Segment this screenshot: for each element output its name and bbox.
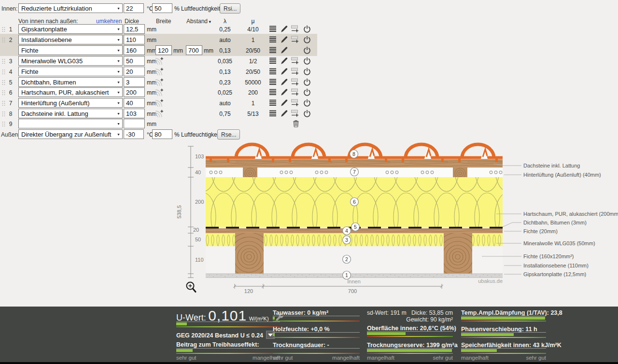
material-select[interactable]: Mineralwolle WLG035 xyxy=(18,56,123,66)
geg-standard-select[interactable]: GEG 2020/24 Bestand U ≤ 0.24 xyxy=(176,331,275,339)
outside-row: Außen: Direkter Übergang zur Außenluft °… xyxy=(0,129,338,140)
toggle-power-icon[interactable] xyxy=(303,68,311,75)
edit-pencil-icon[interactable] xyxy=(281,99,288,107)
toggle-power-icon[interactable] xyxy=(303,57,311,65)
split-layer-icon[interactable] xyxy=(291,68,299,75)
material-select[interactable]: Dichtbahn, Bitumen xyxy=(18,77,123,87)
edit-pencil-icon[interactable] xyxy=(281,25,288,33)
layer-menu-icon[interactable] xyxy=(269,36,277,43)
rse-button[interactable]: Rse... xyxy=(217,129,240,140)
dicke-input[interactable] xyxy=(124,87,145,97)
material-select[interactable] xyxy=(18,119,123,128)
material-select[interactable]: Gipskartonplatte xyxy=(18,24,123,34)
drag-handle-icon[interactable] xyxy=(1,80,6,85)
layer-menu-icon[interactable] xyxy=(269,57,277,65)
inside-humidity-input[interactable] xyxy=(152,3,172,13)
split-layer-icon[interactable] xyxy=(291,78,299,86)
lambda-value: auto xyxy=(212,100,238,107)
material-select[interactable]: Hinterlüftung (Außenluft) xyxy=(18,98,123,108)
dicke-input[interactable] xyxy=(124,56,145,66)
col-abstand-dropdown[interactable]: Abstand xyxy=(186,18,211,25)
mm-unit: mm xyxy=(147,58,156,65)
drag-handle-icon[interactable] xyxy=(1,100,6,106)
split-layer-icon[interactable] xyxy=(291,110,299,117)
dicke-input[interactable] xyxy=(124,45,145,55)
split-layer-icon[interactable] xyxy=(291,88,299,96)
layer-menu-icon[interactable] xyxy=(269,99,277,107)
inside-medium-select[interactable]: Reduzierte Luftzirkulation xyxy=(18,3,123,13)
drag-handle-icon[interactable] xyxy=(1,111,6,117)
layer-menu-icon[interactable] xyxy=(269,46,277,54)
drag-handle-icon[interactable] xyxy=(1,69,6,75)
outside-humidity-input[interactable] xyxy=(152,129,172,139)
edit-pencil-icon[interactable] xyxy=(281,110,288,117)
toggle-power-icon[interactable] xyxy=(303,99,311,107)
layer-menu-icon[interactable] xyxy=(269,78,277,86)
zoom-icon[interactable] xyxy=(187,282,196,292)
dicke-input[interactable] xyxy=(124,77,145,87)
breite-input[interactable] xyxy=(155,45,172,55)
layer-number: 7 xyxy=(7,100,14,107)
split-layer-icon[interactable] xyxy=(291,99,299,107)
dicke-input[interactable] xyxy=(124,35,145,44)
material-select[interactable]: Dachsteine inkl. Lattung xyxy=(18,109,123,118)
sd-value: sd-Wert: 191 m xyxy=(367,309,407,316)
rsi-button[interactable]: Rsi... xyxy=(220,3,240,14)
edit-pencil-icon[interactable] xyxy=(281,68,288,75)
toggle-power-icon[interactable] xyxy=(303,110,311,117)
drag-handle-icon[interactable] xyxy=(1,121,6,127)
split-layer-icon[interactable] xyxy=(291,57,299,65)
drag-handle-icon[interactable] xyxy=(1,27,6,32)
edit-pencil-icon[interactable] xyxy=(281,46,288,54)
outside-medium-select[interactable]: Direkter Übergang zur Außenluft xyxy=(18,129,123,139)
layer-menu-icon[interactable] xyxy=(269,110,277,117)
material-select[interactable]: Fichte xyxy=(18,45,123,55)
reverse-link[interactable]: umkehren xyxy=(96,18,122,25)
toggle-power-icon[interactable] xyxy=(303,88,311,96)
dicke-input[interactable] xyxy=(124,109,145,118)
inside-temp-input[interactable] xyxy=(124,3,144,13)
lambda-value: 0,75 xyxy=(212,111,238,117)
toggle-power-icon[interactable] xyxy=(303,25,311,33)
add-beam-icon[interactable] xyxy=(155,99,163,107)
edit-pencil-icon[interactable] xyxy=(281,36,288,43)
holzfeuchte-label: Holzfeuchte: +0,0 % xyxy=(273,326,330,333)
edit-pencil-icon[interactable] xyxy=(281,57,288,65)
dicke-input[interactable] xyxy=(124,67,145,76)
drag-handle-icon[interactable] xyxy=(1,37,6,43)
material-select[interactable]: Installationsebene xyxy=(18,35,123,44)
innen-label: Innen xyxy=(347,279,361,284)
dicke-input[interactable] xyxy=(124,119,145,128)
edit-pencil-icon[interactable] xyxy=(281,88,288,96)
toggle-power-icon[interactable] xyxy=(303,36,311,43)
mu-value: 20/50 xyxy=(240,69,266,75)
scale-good: sehr gut xyxy=(526,355,546,361)
edit-pencil-icon[interactable] xyxy=(281,78,288,86)
dicke-input[interactable] xyxy=(124,24,145,34)
split-layer-icon[interactable] xyxy=(291,25,299,33)
split-layer-icon[interactable] xyxy=(291,36,299,43)
layer-menu-icon[interactable] xyxy=(269,88,277,96)
abstand-input[interactable] xyxy=(186,45,202,55)
delete-trash-icon[interactable] xyxy=(292,120,300,127)
drag-handle-icon[interactable] xyxy=(1,90,6,96)
add-beam-icon[interactable] xyxy=(155,78,163,86)
add-beam-icon[interactable] xyxy=(155,110,163,117)
material-select[interactable]: Fichte xyxy=(18,67,123,76)
layer-menu-icon[interactable] xyxy=(269,68,277,75)
weight-value: Gewicht: 90 kg/m² xyxy=(406,316,453,323)
svg-text:Installationsebene (110mm): Installationsebene (110mm) xyxy=(523,263,589,268)
toggle-power-icon[interactable] xyxy=(303,78,311,86)
material-select[interactable]: Hartschaum, PUR, alukaschiert xyxy=(18,87,123,97)
drag-handle-icon[interactable] xyxy=(1,58,6,64)
add-beam-icon[interactable] xyxy=(155,68,163,75)
dicke-input[interactable] xyxy=(124,98,145,108)
add-beam-icon[interactable] xyxy=(155,57,163,65)
add-beam-icon[interactable] xyxy=(155,88,163,96)
outside-label: Außen: xyxy=(1,131,20,138)
outside-temp-input[interactable] xyxy=(124,129,144,139)
toggle-power-icon[interactable] xyxy=(303,46,311,54)
layer-menu-icon[interactable] xyxy=(269,25,277,33)
layer-row-9: 9 mm xyxy=(0,119,338,129)
layer-row-8: 8 Dachsteine inkl. Lattung mm 0,75 5/13 xyxy=(0,109,338,119)
